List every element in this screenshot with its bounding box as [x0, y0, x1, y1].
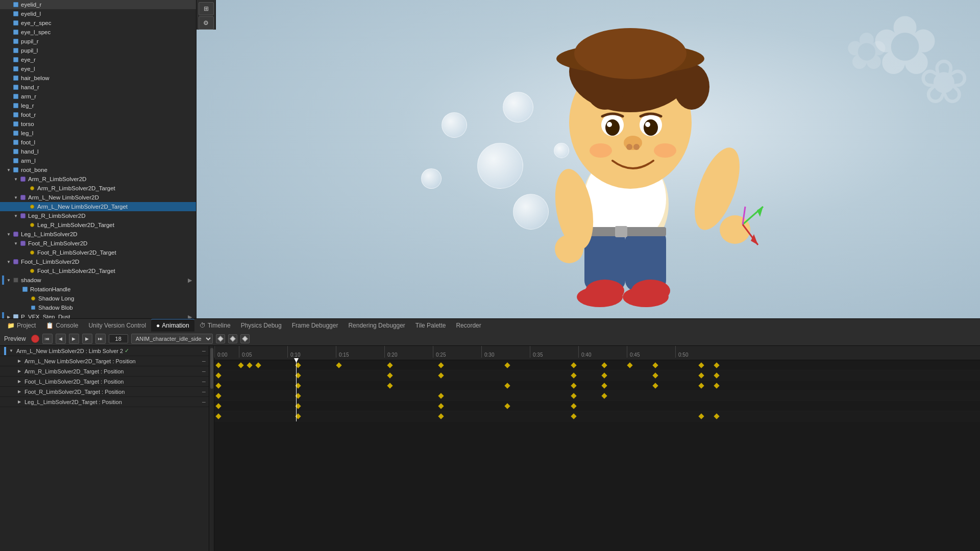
track-minus-2[interactable]: −: [201, 358, 207, 364]
set-key-btn-3[interactable]: [240, 334, 250, 343]
track-minus-1[interactable]: −: [201, 348, 207, 354]
kf-1-15[interactable]: [714, 362, 719, 368]
kf-1-12[interactable]: [627, 362, 632, 368]
kf-6-2[interactable]: [295, 413, 301, 419]
settings-tool-btn[interactable]: ⚙: [199, 16, 214, 30]
expand-track-1[interactable]: [8, 348, 14, 354]
track-minus-6[interactable]: −: [201, 399, 207, 405]
hierarchy-item-foot_r_solver[interactable]: Foot_R_LimbSolver2D: [0, 239, 196, 248]
kf-3-7[interactable]: [652, 383, 658, 388]
hierarchy-item-shadow_long[interactable]: Shadow Long: [0, 294, 196, 303]
hierarchy-item-torso[interactable]: torso: [0, 119, 196, 129]
kf-1-13[interactable]: [652, 362, 658, 368]
expand-shadow[interactable]: [5, 277, 12, 284]
hierarchy-item-vfx_dust[interactable]: P_VFX_Step_Dust ▶: [0, 312, 196, 318]
expand-leg_r_solver[interactable]: [12, 212, 19, 219]
kf-3-4[interactable]: [504, 383, 510, 388]
hierarchy-item-foot_l_solver[interactable]: Foot_L_LimbSolver2D: [0, 257, 196, 266]
expand-root_bone[interactable]: [5, 166, 12, 173]
hierarchy-item-pupil_l[interactable]: pupil_l: [0, 46, 196, 55]
kf-6-1[interactable]: [215, 413, 221, 419]
track-foot-r-target-pos[interactable]: Foot_R_LimbSolver2D_Target : Position −: [0, 387, 209, 397]
kf-2-3[interactable]: [387, 372, 393, 378]
kf-4-2[interactable]: [295, 393, 301, 398]
kf-5-1[interactable]: [215, 403, 221, 409]
hierarchy-item-arm_l_solver[interactable]: Arm_L_New LimbSolver2D: [0, 193, 196, 202]
expand-vfx_dust[interactable]: [5, 313, 12, 318]
hierarchy-item-arm_r_solver[interactable]: Arm_R_LimbSolver2D: [0, 174, 196, 184]
hierarchy-item-arm_l_target[interactable]: Arm_L_New LimbSolver2D_Target: [0, 202, 196, 211]
track-minus-4[interactable]: −: [201, 379, 207, 385]
hierarchy-item-foot_r_target[interactable]: Foot_R_LimbSolver2D_Target: [0, 248, 196, 257]
set-key-btn-2[interactable]: [228, 334, 237, 343]
kf-1-11[interactable]: [601, 362, 607, 368]
hierarchy-item-leg_r[interactable]: leg_r: [0, 101, 196, 110]
kf-6-6[interactable]: [714, 413, 719, 419]
rect-tool-btn[interactable]: ⊞: [199, 2, 214, 15]
hierarchy-item-eye_l_spec[interactable]: eye_l_spec: [0, 28, 196, 37]
kf-6-5[interactable]: [698, 413, 704, 419]
tab-tile-palette[interactable]: Tile Palette: [410, 319, 451, 332]
kf-3-9[interactable]: [714, 383, 719, 388]
kf-1-2[interactable]: [238, 362, 243, 368]
prev-frame-btn[interactable]: ◀: [56, 334, 66, 344]
play-btn[interactable]: ▶: [69, 334, 79, 344]
hierarchy-item-hair_below[interactable]: hair_below: [0, 73, 196, 83]
kf-3-6[interactable]: [601, 383, 607, 388]
hierarchy-item-foot_l[interactable]: foot_l: [0, 138, 196, 147]
kf-3-2[interactable]: [295, 383, 301, 388]
hierarchy-item-eye_l[interactable]: eye_l: [0, 64, 196, 73]
hierarchy-item-hand_r[interactable]: hand_r: [0, 83, 196, 92]
tab-timeline[interactable]: ⏱ Timeline: [194, 319, 236, 332]
expand-track-4[interactable]: [16, 379, 22, 385]
kf-5-5[interactable]: [571, 403, 576, 409]
expand-track-6[interactable]: [16, 399, 22, 405]
timeline-right[interactable]: 0:00 0:05 0:10 0:15 0:20 0:25 0:30 0:35 …: [214, 346, 980, 551]
track-arm-l-solver[interactable]: Arm_L_New LimbSolver2D : Limb Solver 2 ✓…: [0, 346, 209, 356]
frame-input[interactable]: 18: [109, 334, 128, 343]
tab-physics-debug[interactable]: Physics Debug: [236, 319, 287, 332]
kf-6-3[interactable]: [438, 413, 444, 419]
kf-2-4[interactable]: [438, 372, 444, 378]
clip-selector[interactable]: ANIM_character_idle_side: [131, 334, 213, 344]
hierarchy-item-eye_r_spec[interactable]: eye_r_spec: [0, 18, 196, 28]
kf-3-1[interactable]: [215, 383, 221, 388]
hierarchy-item-arm_l[interactable]: arm_l: [0, 156, 196, 165]
kf-5-2[interactable]: [295, 403, 301, 409]
expand-foot_r_solver[interactable]: [12, 240, 19, 247]
hierarchy-item-arm_r_target[interactable]: Arm_R_LimbSolver2D_Target: [0, 184, 196, 193]
hierarchy-item-leg_r_solver[interactable]: Leg_R_LimbSolver2D: [0, 211, 196, 220]
kf-1-8[interactable]: [438, 362, 444, 368]
first-frame-btn[interactable]: ⏮: [42, 334, 53, 344]
expand-arm_l_solver[interactable]: [12, 194, 19, 201]
last-frame-btn[interactable]: ⏭: [95, 334, 106, 344]
kf-2-9[interactable]: [714, 372, 719, 378]
hierarchy-item-eyelid_l[interactable]: eyelid_l: [0, 9, 196, 18]
tab-console[interactable]: 📋 Console: [41, 319, 83, 332]
kf-4-3[interactable]: [438, 393, 444, 398]
track-minus-5[interactable]: −: [201, 389, 207, 395]
kf-2-8[interactable]: [698, 372, 704, 378]
kf-2-2[interactable]: [295, 372, 301, 378]
kf-1-5[interactable]: [295, 362, 301, 368]
kf-5-4[interactable]: [504, 403, 510, 409]
expand-track-3[interactable]: [16, 368, 22, 374]
tab-project[interactable]: 📁 Project: [2, 319, 41, 332]
record-button[interactable]: [31, 335, 39, 343]
tab-rendering-debugger[interactable]: Rendering Debugger: [343, 319, 410, 332]
kf-1-1[interactable]: [215, 362, 221, 368]
kf-3-5[interactable]: [571, 383, 576, 388]
track-foot-l-target-pos[interactable]: Foot_L_LimbSolver2D_Target : Position −: [0, 377, 209, 387]
kf-1-6[interactable]: [336, 362, 341, 368]
expand-track-5[interactable]: [16, 389, 22, 395]
kf-1-4[interactable]: [255, 362, 261, 368]
track-arm-r-target-pos[interactable]: Arm_R_LimbSolver2D_Target : Position −: [0, 366, 209, 377]
kf-2-7[interactable]: [652, 372, 658, 378]
kf-2-6[interactable]: [601, 372, 607, 378]
hierarchy-item-eye_r[interactable]: eye_r: [0, 55, 196, 64]
tab-version-control[interactable]: Unity Version Control: [83, 319, 151, 332]
hierarchy-item-eyelid_r[interactable]: eyelid_r: [0, 0, 196, 9]
hierarchy-item-leg_r_target[interactable]: Leg_R_LimbSolver2D_Target: [0, 220, 196, 230]
hierarchy-item-arm_r[interactable]: arm_r: [0, 92, 196, 101]
kf-4-1[interactable]: [215, 393, 221, 398]
